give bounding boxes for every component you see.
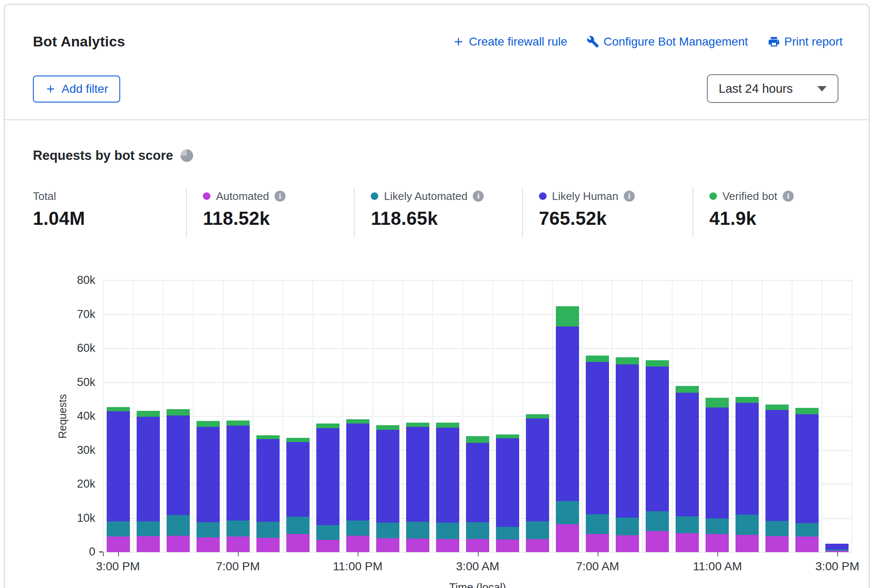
hour-slot <box>792 281 822 552</box>
hour-slot <box>342 281 372 552</box>
stacked-bar[interactable] <box>286 438 310 552</box>
bar-segment-likely-automated <box>286 517 310 534</box>
stacked-bar[interactable] <box>226 421 250 552</box>
time-range-dropdown[interactable]: Last 24 hours <box>707 74 838 103</box>
bar-segment-automated <box>316 540 340 552</box>
hour-slot <box>133 281 163 552</box>
bar-segment-verified-bot <box>795 408 819 414</box>
bar-segment-automated <box>286 534 310 552</box>
x-tick-label: 11:00 AM <box>675 560 760 573</box>
info-icon[interactable]: i <box>783 191 794 202</box>
bar-segment-likely-human <box>825 544 849 550</box>
stacked-bar[interactable] <box>316 423 340 552</box>
requests-chart: Requests 010k20k30k40k50k60k70k80k 3:00 … <box>103 281 852 588</box>
stacked-bar[interactable] <box>646 360 669 552</box>
stacked-bar[interactable] <box>346 419 369 552</box>
stacked-bar[interactable] <box>466 436 489 552</box>
bar-segment-likely-automated <box>346 521 369 536</box>
stacked-bar[interactable] <box>676 386 699 552</box>
stacked-bar[interactable] <box>706 398 729 552</box>
stat-label: Likely Human <box>552 190 619 203</box>
bar-segment-likely-human <box>316 428 340 525</box>
stacked-bar[interactable] <box>376 425 399 552</box>
stacked-bar[interactable] <box>436 423 459 552</box>
action-create-firewall-rule[interactable]: Create firewall rule <box>452 35 567 49</box>
bar-segment-automated <box>676 533 699 552</box>
stacked-bar[interactable] <box>107 407 130 553</box>
y-tick-label: 70k <box>56 308 95 321</box>
bar-segment-verified-bot <box>316 423 340 428</box>
y-tick-label: 80k <box>56 274 95 287</box>
hour-slot <box>702 281 732 552</box>
card-header: Bot Analytics Create firewall ruleConfig… <box>5 5 869 120</box>
stacked-bar[interactable] <box>795 408 819 552</box>
bar-segment-likely-automated <box>167 515 190 535</box>
plus-icon <box>452 35 465 48</box>
bar-segment-likely-human <box>346 423 369 521</box>
stat-value: 1.04M <box>33 208 186 229</box>
add-filter-button[interactable]: Add filter <box>33 76 120 102</box>
bar-segment-likely-human <box>586 362 609 514</box>
hour-slot <box>672 281 702 552</box>
bar-segment-likely-human <box>197 427 220 522</box>
bar-segment-likely-automated <box>646 511 669 531</box>
bar-segment-likely-human <box>765 410 789 521</box>
bar-segment-likely-human <box>376 430 399 523</box>
bar-segment-automated <box>556 524 579 552</box>
action-configure-bot-management[interactable]: Configure Bot Management <box>587 35 748 49</box>
stat-automated: Automatedi118.52k <box>186 188 354 237</box>
bar-segment-likely-automated <box>586 514 609 534</box>
stacked-bar[interactable] <box>406 423 429 552</box>
stacked-bar[interactable] <box>556 306 579 552</box>
bar-segment-likely-human <box>795 414 819 523</box>
y-tick-label: 0 <box>56 545 95 558</box>
bar-segment-likely-human <box>676 393 699 516</box>
bar-segment-automated <box>226 537 250 552</box>
y-tick-label: 50k <box>56 376 95 389</box>
page-title: Bot Analytics <box>33 33 125 50</box>
bar-segment-likely-human <box>137 417 160 521</box>
stacked-bar[interactable] <box>197 421 220 552</box>
stacked-bar[interactable] <box>256 435 280 552</box>
stat-value: 118.52k <box>203 208 354 229</box>
stacked-bar[interactable] <box>496 434 519 552</box>
hour-slot <box>193 281 223 552</box>
hour-slot <box>313 281 342 552</box>
stacked-bar[interactable] <box>526 414 549 552</box>
hour-slot <box>372 281 402 552</box>
stacked-bar[interactable] <box>137 411 160 552</box>
bar-segment-likely-automated <box>616 518 639 535</box>
bar-segment-likely-human <box>226 426 250 521</box>
x-axis-title: Time (local) <box>103 581 852 588</box>
hour-slot <box>642 281 672 552</box>
stat-label: Likely Automated <box>384 190 467 203</box>
bar-segment-automated <box>436 539 459 552</box>
x-tick-label: 11:00 PM <box>315 560 400 573</box>
bar-segment-verified-bot <box>256 435 280 439</box>
stacked-bar[interactable] <box>765 405 789 552</box>
bar-segment-likely-automated <box>226 521 250 536</box>
stacked-bar[interactable] <box>616 357 639 552</box>
bar-segment-likely-automated <box>466 522 489 539</box>
stacked-bar[interactable] <box>736 397 759 552</box>
action-print-report[interactable]: Print report <box>768 35 843 49</box>
bar-segment-automated <box>706 534 729 552</box>
info-icon[interactable]: i <box>473 191 484 202</box>
bar-segment-verified-bot <box>736 397 759 403</box>
bar-segment-automated <box>736 535 759 552</box>
bar-segment-likely-human <box>616 364 639 518</box>
x-tick <box>478 552 479 556</box>
bar-segment-automated <box>526 539 549 552</box>
bar-segment-likely-automated <box>706 518 729 534</box>
chart-plot-area: Requests 010k20k30k40k50k60k70k80k <box>103 281 852 552</box>
printer-icon <box>768 35 780 48</box>
bar-segment-verified-bot <box>586 356 609 362</box>
info-icon[interactable]: i <box>624 191 635 202</box>
stacked-bar[interactable] <box>167 409 190 552</box>
stacked-bar[interactable] <box>825 544 849 553</box>
info-icon[interactable]: i <box>275 191 286 202</box>
bar-segment-likely-automated <box>137 521 160 536</box>
bar-segment-automated <box>466 539 489 552</box>
stat-value: 118.65k <box>371 208 522 229</box>
stacked-bar[interactable] <box>586 356 609 552</box>
